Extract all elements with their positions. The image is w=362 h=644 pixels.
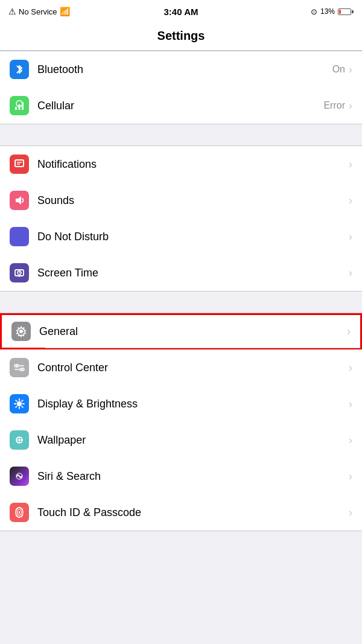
general-icon [15,325,27,337]
section-system1: Notifications › Sounds › Do Not Disturb … [0,145,362,292]
cellular-icon [13,100,25,112]
section-system2: General › Control Center › [0,313,362,531]
controlcenter-icon [13,362,25,374]
cellular-chevron: › [349,100,352,112]
svg-line-28 [22,400,23,401]
battery-percent-label: 13% [320,7,335,16]
svg-rect-1 [19,104,21,110]
siri-chevron: › [349,470,352,483]
spacer-2 [0,292,362,313]
svg-rect-0 [15,107,17,110]
settings-row-siri[interactable]: Siri & Search › [0,458,362,494]
settings-row-screentime[interactable]: Screen Time › [0,255,362,291]
touchid-chevron: › [349,506,352,519]
settings-row-bluetooth[interactable]: Bluetooth On › [0,51,362,88]
svg-line-29 [16,406,17,407]
display-chevron: › [349,398,352,410]
cellular-value: Error [323,100,345,111]
sounds-chevron: › [349,194,352,207]
status-left: ⚠ No Service 📶 [8,7,70,16]
display-icon-bg [10,394,29,413]
general-icon-bg [11,322,31,341]
settings-row-cellular[interactable]: Cellular Error › [0,88,362,124]
screentime-label: Screen Time [37,267,349,279]
notifications-label: Notifications [37,158,349,171]
settings-row-general[interactable]: General › [0,313,362,349]
status-right: ⊙ 13% [311,7,354,16]
general-label: General [39,325,347,338]
settings-row-wallpaper[interactable]: Wallpaper › [0,422,362,458]
settings-row-notifications[interactable]: Notifications › [0,146,362,182]
bluetooth-label: Bluetooth [37,63,332,76]
svg-point-16 [16,365,17,367]
notifications-chevron: › [349,158,352,171]
screentime-icon-bg [10,263,29,282]
bluetooth-chevron: › [349,63,352,76]
controlcenter-chevron: › [349,362,352,374]
display-icon [13,398,25,410]
sounds-icon-bg [10,191,29,210]
sounds-icon [13,194,25,206]
wifi-icon: 📶 [60,7,70,16]
touchid-icon [13,506,25,518]
svg-point-18 [21,369,23,371]
spacer-1 [0,124,362,145]
battery-icon [338,8,354,15]
touchid-icon-bg [10,503,29,522]
donotdisturb-label: Do Not Disturb [37,231,349,243]
settings-row-donotdisturb[interactable]: Do Not Disturb › [0,218,362,255]
settings-row-controlcenter[interactable]: Control Center › [0,349,362,386]
rotation-lock-icon: ⊙ [311,7,317,16]
settings-row-display[interactable]: Display & Brightness › [0,386,362,422]
wallpaper-label: Wallpaper [37,434,349,447]
screentime-icon [13,267,25,279]
notifications-icon-bg [10,155,29,174]
screentime-chevron: › [349,267,352,279]
cellular-icon-bg [10,96,29,115]
cellular-label: Cellular [37,100,323,112]
notifications-icon [13,158,25,170]
svg-point-21 [17,401,22,406]
warning-icon: ⚠ [8,7,16,16]
wallpaper-icon-bg [10,430,29,450]
svg-point-35 [19,511,20,514]
status-bar: ⚠ No Service 📶 3:40 AM ⊙ 13% [0,0,362,23]
svg-point-14 [19,330,23,333]
sounds-label: Sounds [37,194,349,207]
display-label: Display & Brightness [37,398,349,410]
page-title-bar: Settings [0,23,362,51]
bluetooth-value: On [332,64,345,75]
donotdisturb-chevron: › [349,231,352,243]
donotdisturb-icon [13,231,25,243]
page-title: Settings [157,29,205,42]
wallpaper-icon [13,434,25,446]
donotdisturb-icon-bg [10,227,29,246]
siri-label: Siri & Search [37,470,349,483]
bluetooth-icon [13,63,25,75]
svg-line-26 [16,400,17,401]
status-time: 3:40 AM [164,7,198,17]
bluetooth-icon-bg [10,60,29,79]
svg-point-31 [18,439,21,441]
section-connectivity: Bluetooth On › Cellular Error › [0,51,362,124]
siri-icon-bg [10,467,29,486]
controlcenter-icon-bg [10,358,29,377]
settings-row-touchid[interactable]: Touch ID & Passcode › [0,494,362,531]
svg-rect-4 [15,160,24,167]
no-service-label: No Service [19,7,57,16]
general-chevron: › [347,325,351,338]
wallpaper-chevron: › [349,434,352,447]
settings-row-sounds[interactable]: Sounds › [0,182,362,218]
touchid-label: Touch ID & Passcode [37,506,349,519]
svg-line-27 [22,406,23,407]
svg-marker-7 [16,196,21,205]
controlcenter-label: Control Center [37,362,349,374]
siri-icon [13,470,25,482]
